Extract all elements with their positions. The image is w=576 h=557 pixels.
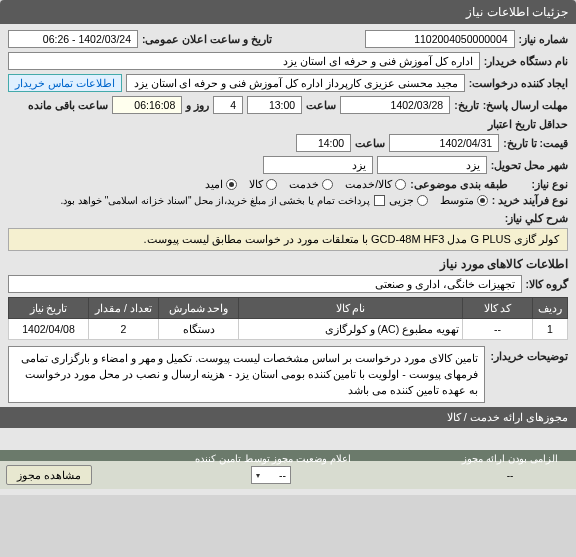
footer-col1: الزامی بودن ارائه مجوز <box>450 453 570 464</box>
footer-val: -- <box>450 470 570 481</box>
days-label: روز و <box>186 99 209 111</box>
deadline-label: مهلت ارسال پاسخ: <box>483 99 568 111</box>
saat-label-1: ساعت <box>306 99 336 111</box>
radio-small[interactable]: جزیی <box>389 194 428 206</box>
status-select[interactable]: -- <box>251 466 291 484</box>
buyer-field: اداره کل آموزش فنی و حرفه ای استان یزد <box>8 52 480 70</box>
desc-label: توضیحات خریدار: <box>491 346 568 362</box>
panel-content: شماره نیاز: 1102004050000004 تاریخ و ساع… <box>0 24 576 495</box>
goods-table: ردیف کد کالا نام کالا واحد شمارش تعداد /… <box>8 297 568 340</box>
deadline-date: 1402/03/28 <box>340 96 450 114</box>
announce-field: 1402/03/24 - 06:26 <box>8 30 138 48</box>
requester-field: مجید محسنی عزیزی کارپرداز اداره کل آموزش… <box>126 74 465 92</box>
city-field-1: یزد <box>377 156 487 174</box>
panel-header: جزئیات اطلاعات نیاز <box>0 0 576 24</box>
saat-label-2: ساعت <box>355 137 385 149</box>
min-credit-label: حداقل تاریخ اعتبار <box>488 118 568 130</box>
need-no-label: شماره نیاز: <box>519 33 568 45</box>
td-row: 1 <box>533 319 568 340</box>
buyer-label: نام دستگاه خریدار: <box>484 55 568 67</box>
td-date: 1402/04/08 <box>9 319 89 340</box>
view-permit-button[interactable]: مشاهده مجوز <box>6 465 92 485</box>
deadline-time: 13:00 <box>247 96 302 114</box>
th-name: نام کالا <box>239 298 463 319</box>
buyer-contact-link[interactable]: اطلاعات تماس خریدار <box>8 74 122 92</box>
desc-text: تامین کالای مورد درخواست بر اساس مشخصات … <box>8 346 485 403</box>
need-type-radios: کالا/خدمت خدمت کالا امید <box>205 178 406 190</box>
group-field: تجهیزات خانگی، اداری و صنعتی <box>8 275 522 293</box>
city-field-2: یزد <box>263 156 373 174</box>
need-no-field: 1102004050000004 <box>365 30 515 48</box>
treasury-checkbox[interactable] <box>374 195 385 206</box>
td-code: -- <box>463 319 533 340</box>
td-qty: 2 <box>89 319 159 340</box>
radio-medium[interactable]: متوسط <box>440 194 488 206</box>
permits-header: مجوزهای ارائه خدمت / کالا <box>0 407 576 428</box>
th-code: کد کالا <box>463 298 533 319</box>
panel-title: جزئیات اطلاعات نیاز <box>466 5 568 19</box>
summary-text: کولر گازی G PLUS مدل GCD-48M HF3 با متعل… <box>144 233 559 245</box>
radio-goods-service[interactable]: کالا/خدمت <box>345 178 406 190</box>
th-qty: تعداد / مقدار <box>89 298 159 319</box>
radio-goods[interactable]: کالا <box>249 178 277 190</box>
th-date: تاریخ نیاز <box>9 298 89 319</box>
radio-service[interactable]: خدمت <box>289 178 333 190</box>
footer-col2: اعلام وضعیت مجوز توسط تامین کننده <box>102 453 444 464</box>
tarikh-label: تاریخ: <box>454 99 479 111</box>
td-name: تهویه مطبوع (AC) و کولرگازی <box>239 319 463 340</box>
group-label: گروه کالا: <box>526 278 568 290</box>
city-label: شهر محل تحویل: <box>491 159 568 171</box>
remain-label: ساعت باقی مانده <box>28 99 108 111</box>
pay-note: پرداخت تمام یا بخشی از مبلغ خرید،از محل … <box>61 195 370 206</box>
radio-aid[interactable]: امید <box>205 178 237 190</box>
process-label: نوع فرآیند خرید : <box>492 194 568 206</box>
td-unit: دستگاه <box>159 319 239 340</box>
credit-time: 14:00 <box>296 134 351 152</box>
summary-label: شرح کلي نياز: <box>505 212 568 224</box>
announce-label: تاریخ و ساعت اعلان عمومی: <box>142 33 272 45</box>
price-until-label: قیمت: تا تاریخ: <box>503 137 568 149</box>
th-unit: واحد شمارش <box>159 298 239 319</box>
goods-section-title: اطلاعات کالاهای مورد نیاز <box>8 257 568 271</box>
requester-label: ایجاد کننده درخواست: <box>469 77 568 89</box>
process-radios: متوسط جزیی <box>389 194 488 206</box>
summary-box: کولر گازی G PLUS مدل GCD-48M HF3 با متعل… <box>8 228 568 251</box>
need-type-label: نوع نیاز: <box>532 178 568 190</box>
table-row[interactable]: 1 -- تهویه مطبوع (AC) و کولرگازی دستگاه … <box>9 319 568 340</box>
th-row: ردیف <box>533 298 568 319</box>
grouping-label: طبقه بندی موضوعی: <box>410 178 507 190</box>
remain-time: 06:16:08 <box>112 96 182 114</box>
days-field: 4 <box>213 96 243 114</box>
footer-row: -- -- مشاهده مجوز <box>0 461 576 489</box>
credit-date: 1402/04/31 <box>389 134 499 152</box>
